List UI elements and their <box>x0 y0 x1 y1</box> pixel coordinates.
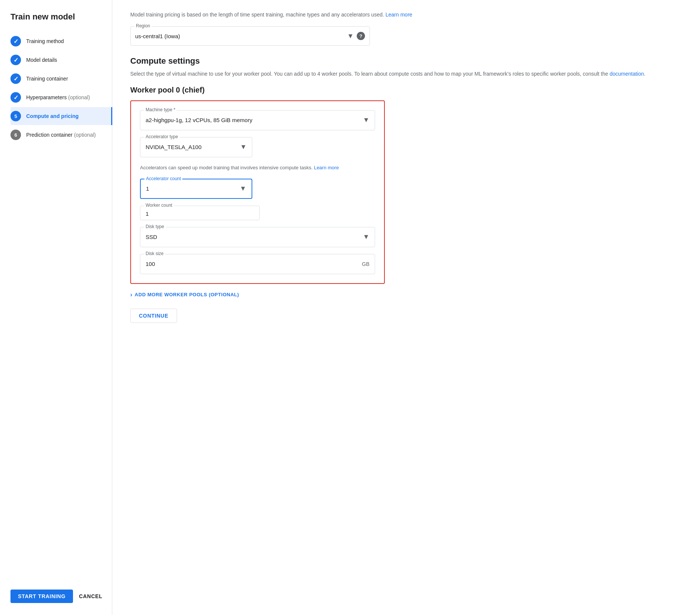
sidebar-label-model-details: Model details <box>26 57 57 63</box>
main-content: Model training pricing is based on the l… <box>112 0 700 615</box>
worker-count-value: 1 <box>146 209 254 217</box>
step-icon-compute-pricing: 5 <box>10 111 21 121</box>
start-training-button[interactable]: START TRAINING <box>10 590 73 603</box>
compute-settings-heading: Compute settings <box>130 56 682 66</box>
disk-size-field[interactable]: Disk size 100 GB <box>140 254 375 274</box>
machine-type-label: Machine type * <box>144 107 177 112</box>
disk-type-field[interactable]: Disk type SSD ▼ <box>140 227 375 247</box>
sidebar: Train new model ✓ Training method ✓ Mode… <box>0 0 112 615</box>
sidebar-label-hyperparameters: Hyperparameters (optional) <box>26 94 90 100</box>
cancel-button[interactable]: CANCEL <box>79 593 103 599</box>
accelerator-count-field[interactable]: Accelerator count 1 ▼ <box>140 179 252 199</box>
sidebar-item-training-method[interactable]: ✓ Training method <box>10 32 112 50</box>
disk-size-unit: GB <box>362 261 369 267</box>
sidebar-item-prediction-container[interactable]: 6 Prediction container (optional) <box>10 126 112 144</box>
step-icon-model-details: ✓ <box>10 55 21 65</box>
sidebar-item-training-container[interactable]: ✓ Training container <box>10 70 112 88</box>
disk-type-value: SSD <box>146 234 157 240</box>
accelerator-count-label: Accelerator count <box>144 176 182 181</box>
disk-size-label: Disk size <box>144 251 165 256</box>
documentation-link[interactable]: documentation <box>609 71 644 77</box>
region-value: us-central1 (Iowa) <box>135 33 347 39</box>
machine-type-dropdown-arrow-icon: ▼ <box>363 116 369 124</box>
sidebar-item-compute-pricing[interactable]: 5 Compute and pricing <box>10 107 112 125</box>
machine-type-value: a2-highgpu-1g, 12 vCPUs, 85 GiB memory <box>146 117 252 123</box>
accelerator-type-label: Accelerator type <box>144 134 180 139</box>
sidebar-action-buttons: START TRAINING CANCEL <box>10 590 112 603</box>
accelerator-learn-more-link[interactable]: Learn more <box>314 165 339 170</box>
sidebar-item-model-details[interactable]: ✓ Model details <box>10 51 112 69</box>
step-icon-training-container: ✓ <box>10 73 21 84</box>
region-select[interactable]: Region us-central1 (Iowa) ▼ ? <box>130 26 370 46</box>
worker-count-label: Worker count <box>144 203 174 208</box>
sidebar-item-hyperparameters[interactable]: ✓ Hyperparameters (optional) <box>10 88 112 106</box>
region-dropdown-arrow-icon: ▼ <box>347 32 354 40</box>
worker-pool-card: Machine type * a2-highgpu-1g, 12 vCPUs, … <box>130 100 385 284</box>
region-help-icon[interactable]: ? <box>357 32 365 40</box>
worker-count-field[interactable]: Worker count 1 <box>140 206 260 220</box>
step-icon-hyperparameters: ✓ <box>10 92 21 103</box>
compute-settings-desc: Select the type of virtual machine to us… <box>130 70 682 78</box>
page-title: Train new model <box>10 12 112 22</box>
disk-type-label: Disk type <box>144 224 165 229</box>
accelerator-type-field[interactable]: Accelerator type NVIDIA_TESLA_A100 ▼ <box>140 137 252 157</box>
step-icon-prediction-container: 6 <box>10 130 21 140</box>
region-field-group: Region us-central1 (Iowa) ▼ ? <box>130 26 682 46</box>
accelerator-info-text: Accelerators can speed up model training… <box>140 164 375 172</box>
accelerator-type-dropdown-arrow-icon: ▼ <box>240 143 247 151</box>
worker-pool-heading: Worker pool 0 (chief) <box>130 86 682 94</box>
sidebar-steps: ✓ Training method ✓ Model details ✓ Trai… <box>10 32 112 581</box>
accelerator-type-value: NVIDIA_TESLA_A100 <box>146 144 201 150</box>
add-worker-pools-link[interactable]: › ADD MORE WORKER POOLS (OPTIONAL) <box>130 291 682 298</box>
pricing-info-text: Model training pricing is based on the l… <box>130 10 682 19</box>
sidebar-label-training-container: Training container <box>26 76 68 82</box>
sidebar-label-prediction-container: Prediction container (optional) <box>26 132 96 138</box>
accelerator-count-value: 1 <box>146 185 149 192</box>
sidebar-label-training-method: Training method <box>26 38 64 44</box>
disk-type-dropdown-arrow-icon: ▼ <box>363 233 369 241</box>
disk-size-value: 100 <box>146 261 155 267</box>
accelerator-count-dropdown-arrow-icon: ▼ <box>240 185 246 193</box>
chevron-down-icon: › <box>130 291 133 298</box>
machine-type-field[interactable]: Machine type * a2-highgpu-1g, 12 vCPUs, … <box>140 110 375 130</box>
region-label: Region <box>134 23 152 28</box>
step-icon-training-method: ✓ <box>10 36 21 46</box>
continue-button[interactable]: CONTINUE <box>130 309 177 323</box>
learn-more-link[interactable]: Learn more <box>386 12 413 18</box>
sidebar-label-compute-pricing: Compute and pricing <box>26 113 79 119</box>
